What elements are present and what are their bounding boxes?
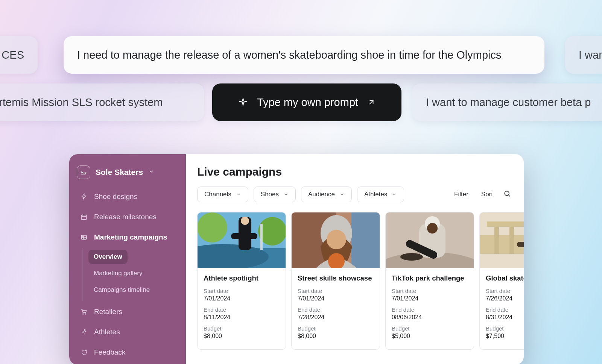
value-end-date: 8/31/2024 [486, 314, 524, 321]
subnav-overview[interactable]: Overview [88, 250, 128, 264]
chevron-down-icon [283, 192, 289, 197]
svg-rect-12 [260, 224, 263, 250]
filter-channels[interactable]: Channels [197, 187, 248, 202]
value-budget: $5,000 [392, 333, 468, 340]
sidebar-item-athletes[interactable]: Athletes [76, 323, 179, 341]
sidebar-nav: Shoe designs Release milestones Marketin… [76, 187, 179, 362]
filter-label: Shoes [261, 191, 279, 198]
label-budget: Budget [392, 325, 468, 332]
filter-shoes[interactable]: Shoes [254, 187, 296, 202]
sidebar-item-feedback[interactable]: Feedback [76, 343, 179, 362]
workspace-icon [77, 165, 90, 179]
label-start-date: Start date [486, 288, 524, 294]
sidebar-item-label: Retailers [94, 308, 122, 316]
type-own-prompt-button[interactable]: Type my own prompt [212, 83, 401, 121]
sort-button[interactable]: Sort [477, 188, 497, 201]
label-budget: Budget [298, 325, 374, 332]
prompt-pill-beta[interactable]: I want to manage customer beta p [412, 83, 602, 121]
sidebar-subnav: Overview Marketing gallery Campaigns tim… [82, 248, 179, 301]
label-end-date: End date [486, 306, 524, 313]
page-title: Live campaigns [197, 165, 524, 178]
prompt-text: I want to manage customer beta p [426, 96, 591, 109]
campaign-title: Global skatebo [486, 274, 524, 282]
prompt-pill-main[interactable]: I need to manage the release of a women'… [64, 36, 544, 74]
search-icon [503, 190, 511, 197]
sidebar-item-release-milestones[interactable]: Release milestones [76, 208, 179, 226]
svg-point-6 [505, 191, 509, 196]
label-start-date: Start date [298, 288, 374, 294]
sidebar-item-marketing-campaigns[interactable]: Marketing campaigns [76, 228, 179, 247]
prompt-pill-artemis[interactable]: Artemis Mission SLS rocket system [0, 83, 204, 121]
main-content: Live campaigns Channels Shoes Audience A… [186, 154, 524, 364]
svg-point-3 [83, 314, 84, 314]
svg-point-20 [327, 230, 346, 249]
svg-rect-0 [81, 215, 87, 220]
running-icon [80, 329, 88, 335]
svg-point-26 [427, 223, 438, 234]
label-start-date: Start date [392, 288, 468, 294]
filter-athletes[interactable]: Athletes [357, 187, 404, 202]
value-end-date: 7/28/2024 [298, 314, 374, 321]
value-start-date: 7/01/2024 [298, 295, 374, 302]
filter-label: Channels [204, 191, 231, 198]
campaign-card-list: Athlete spotlight Start date7/01/2024 En… [197, 212, 524, 350]
type-own-prompt-label: Type my own prompt [257, 96, 358, 109]
chat-icon [80, 349, 88, 356]
value-budget: $7,500 [486, 333, 524, 340]
prompt-text: Artemis Mission SLS rocket system [0, 96, 163, 109]
label-end-date: End date [204, 306, 280, 313]
calendar-icon [80, 214, 88, 220]
svg-rect-38 [517, 242, 524, 247]
svg-rect-18 [351, 212, 380, 268]
campaign-card[interactable]: Street skills showcase Start date7/01/20… [291, 212, 380, 350]
label-end-date: End date [392, 306, 468, 313]
prompt-text: I need to manage the release of a women'… [77, 49, 502, 61]
search-button[interactable] [502, 188, 512, 201]
svg-point-4 [85, 314, 86, 314]
sidebar-item-shoe-designs[interactable]: Shoe designs [76, 187, 179, 206]
bolt-icon [80, 193, 88, 200]
filter-audience[interactable]: Audience [301, 187, 352, 202]
filter-button[interactable]: Filter [450, 188, 472, 201]
sparkle-icon [238, 97, 248, 107]
subnav-marketing-gallery[interactable]: Marketing gallery [88, 266, 147, 281]
campaign-thumbnail [386, 212, 474, 268]
campaign-thumbnail [480, 212, 524, 268]
label-start-date: Start date [204, 288, 280, 294]
image-icon [80, 234, 88, 241]
sidebar-item-label: Athletes [94, 328, 120, 336]
chevron-down-icon [236, 192, 241, 197]
prompt-pill-partial-left[interactable]: CES [0, 36, 38, 74]
cart-icon [80, 308, 88, 315]
svg-rect-15 [231, 233, 257, 239]
workspace-name: Sole Skaters [96, 168, 143, 177]
value-start-date: 7/01/2024 [392, 295, 468, 302]
campaign-title: Athlete spotlight [204, 274, 280, 282]
label-budget: Budget [204, 325, 280, 332]
prompt-pill-partial-right[interactable]: I wan [565, 36, 602, 74]
campaign-card[interactable]: Athlete spotlight Start date7/01/2024 En… [197, 212, 286, 350]
prompt-text: I wan [579, 49, 602, 61]
prompt-text: CES [2, 49, 24, 61]
svg-rect-35 [487, 221, 524, 227]
svg-point-28 [400, 253, 423, 261]
sidebar-item-label: Feedback [94, 348, 125, 356]
subnav-campaigns-timeline[interactable]: Campaigns timeline [88, 283, 155, 297]
campaign-card[interactable]: TikTok park challenge Start date7/01/202… [385, 212, 474, 350]
sidebar: Sole Skaters Shoe designs Release milest… [69, 154, 186, 364]
value-budget: $8,000 [298, 333, 374, 340]
svg-point-14 [241, 217, 249, 225]
value-end-date: 08/06/2024 [392, 314, 468, 321]
svg-rect-32 [509, 222, 514, 254]
campaign-thumbnail [292, 212, 380, 268]
filter-toolbar: Channels Shoes Audience Athletes Filter … [197, 187, 524, 202]
sidebar-item-label: Marketing campaigns [94, 233, 167, 241]
arrow-up-right-icon [367, 98, 375, 106]
sidebar-item-retailers[interactable]: Retailers [76, 302, 179, 321]
workspace-switcher[interactable]: Sole Skaters [76, 163, 179, 187]
campaign-title: Street skills showcase [298, 274, 374, 282]
svg-point-5 [84, 329, 85, 331]
campaign-card[interactable]: Global skatebo Start date7/26/2024 End d… [479, 212, 524, 350]
label-budget: Budget [486, 325, 524, 332]
svg-point-2 [82, 237, 84, 238]
